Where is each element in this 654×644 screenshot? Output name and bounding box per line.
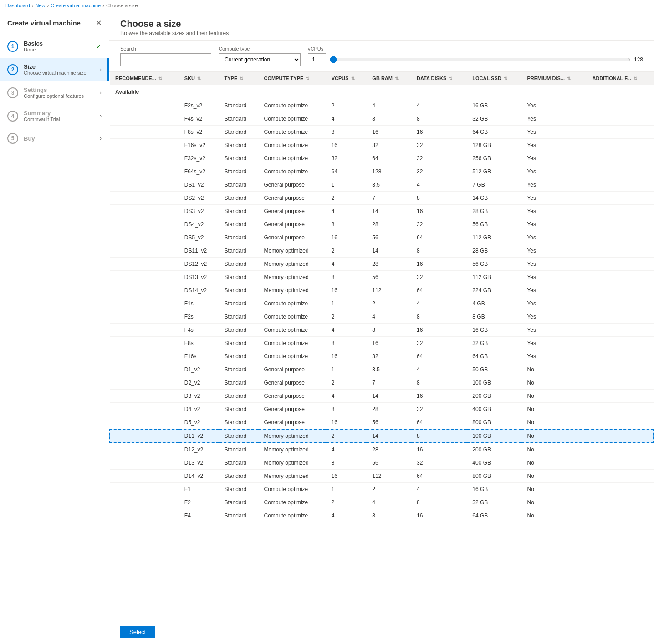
size-table: RECOMMENDE... ⇅ SKU ⇅ TYPE ⇅ COMPUTE TYP…	[109, 72, 654, 522]
sidebar: Create virtual machine ✕ 1 Basics Done ✓…	[0, 11, 109, 644]
page-subtitle: Browse the available sizes and their fea…	[120, 30, 643, 36]
table-row[interactable]: DS11_v2StandardMemory optimized214828 GB…	[110, 244, 654, 258]
sidebar-item-basics[interactable]: 1 Basics Done ✓	[0, 35, 109, 58]
table-row[interactable]: D5_v2StandardGeneral purpose165664800 GB…	[110, 416, 654, 430]
breadcrumb-dashboard[interactable]: Dashboard	[5, 3, 30, 8]
col-sku[interactable]: SKU ⇅	[179, 72, 219, 85]
table-row[interactable]: D14_v2StandardMemory optimized1611264800…	[110, 470, 654, 483]
chevron-right-icon-size: ›	[100, 66, 102, 73]
breadcrumb-create-vm[interactable]: Create virtual machine	[51, 3, 101, 8]
table-row[interactable]: DS3_v2StandardGeneral purpose4141628 GBY…	[110, 205, 654, 218]
col-data-disks[interactable]: DATA DISKS ⇅	[411, 72, 467, 85]
content-header: Choose a size Browse the available sizes…	[109, 11, 654, 41]
sidebar-item-summary[interactable]: 4 Summary Commvault Trial ›	[0, 104, 109, 127]
table-row[interactable]: D3_v2StandardGeneral purpose41416200 GBN…	[110, 390, 654, 403]
table-row[interactable]: DS14_v2StandardMemory optimized161126422…	[110, 284, 654, 297]
table-row[interactable]: F2sStandardCompute optimize2488 GBYes	[110, 310, 654, 324]
step-name-basics: Basics	[24, 40, 92, 47]
step-sub-size: Choose virtual machine size	[24, 70, 98, 76]
step-name-settings: Settings	[24, 86, 98, 93]
vcpu-slider[interactable]	[330, 56, 630, 63]
table-row[interactable]: D2_v2StandardGeneral purpose278100 GBNo	[110, 376, 654, 390]
page-title: Choose a size	[120, 19, 643, 29]
table-row[interactable]: F2StandardCompute optimize24832 GBNo	[110, 496, 654, 509]
breadcrumb-new[interactable]: New	[36, 3, 46, 8]
table-body: AvailableF2s_v2StandardCompute optimize2…	[110, 85, 654, 522]
chevron-right-icon-settings: ›	[100, 90, 102, 96]
search-input[interactable]	[120, 53, 211, 66]
breadcrumb: Dashboard › New › Create virtual machine…	[0, 0, 654, 11]
step-sub-summary: Commvault Trial	[24, 117, 98, 122]
table-row[interactable]: D4_v2StandardGeneral purpose82832400 GBN…	[110, 403, 654, 416]
col-vcpus[interactable]: VCPUS ⇅	[326, 72, 367, 85]
col-gb-ram[interactable]: GB RAM ⇅	[367, 72, 411, 85]
step-name-size: Size	[24, 63, 98, 70]
table-row[interactable]: D1_v2StandardGeneral purpose13.5450 GBNo	[110, 363, 654, 376]
compute-type-label: Compute type	[219, 46, 301, 51]
breadcrumb-current: Choose a size	[106, 3, 138, 8]
col-local-ssd[interactable]: LOCAL SSD ⇅	[467, 72, 521, 85]
sidebar-title: Create virtual machine	[7, 19, 81, 27]
table-row[interactable]: F32s_v2StandardCompute optimize326432256…	[110, 152, 654, 165]
vcpu-max-label: 128	[634, 56, 643, 63]
step-number-buy: 5	[7, 133, 18, 144]
step-number-basics: 1	[7, 41, 18, 52]
col-compute-type[interactable]: COMPUTE TYPE ⇅	[259, 72, 326, 85]
chevron-right-icon-summary: ›	[100, 113, 102, 119]
table-row[interactable]: DS4_v2StandardGeneral purpose8283256 GBY…	[110, 218, 654, 231]
close-button[interactable]: ✕	[96, 19, 102, 27]
step-sub-basics: Done	[24, 47, 92, 52]
table-row[interactable]: F64s_v2StandardCompute optimize641283251…	[110, 165, 654, 178]
compute-type-select[interactable]: Current generation All generations Previ…	[219, 53, 301, 66]
table-row[interactable]: DS1_v2StandardGeneral purpose13.547 GBYe…	[110, 178, 654, 192]
sidebar-item-buy[interactable]: 5 Buy ›	[0, 127, 109, 149]
table-row[interactable]: DS13_v2StandardMemory optimized85632112 …	[110, 271, 654, 284]
table-row[interactable]: F1StandardCompute optimize12416 GBNo	[110, 483, 654, 496]
table-row[interactable]: DS12_v2StandardMemory optimized4281656 G…	[110, 258, 654, 271]
table-row[interactable]: F1sStandardCompute optimize1244 GBYes	[110, 297, 654, 310]
step-number-summary: 4	[7, 111, 18, 122]
table-row[interactable]: F4StandardCompute optimize481664 GBNo	[110, 509, 654, 522]
col-premium-dis[interactable]: PREMIUM DIS... ⇅	[521, 72, 587, 85]
vcpu-min-input[interactable]	[308, 53, 326, 66]
step-number-size: 2	[7, 64, 18, 75]
col-type[interactable]: TYPE ⇅	[219, 72, 259, 85]
step-sub-settings: Configure optional features	[24, 93, 98, 99]
table-header-row: RECOMMENDE... ⇅ SKU ⇅ TYPE ⇅ COMPUTE TYP…	[110, 72, 654, 85]
col-recommended[interactable]: RECOMMENDE... ⇅	[110, 72, 179, 85]
select-button[interactable]: Select	[120, 626, 155, 638]
table-row[interactable]: F4s_v2StandardCompute optimize48832 GBYe…	[110, 112, 654, 126]
table-row[interactable]: F8sStandardCompute optimize8163232 GBYes	[110, 337, 654, 350]
step-number-settings: 3	[7, 87, 18, 98]
chevron-right-icon-buy: ›	[100, 135, 102, 142]
main-content: Choose a size Browse the available sizes…	[109, 11, 654, 644]
size-table-container: RECOMMENDE... ⇅ SKU ⇅ TYPE ⇅ COMPUTE TYP…	[109, 72, 654, 620]
col-additional-f[interactable]: ADDITIONAL F... ⇅	[587, 72, 654, 85]
check-icon-basics: ✓	[96, 43, 102, 50]
step-name-buy: Buy	[24, 135, 98, 142]
table-row[interactable]: F4sStandardCompute optimize481616 GBYes	[110, 324, 654, 337]
table-row[interactable]: F8s_v2StandardCompute optimize8161664 GB…	[110, 126, 654, 139]
table-row[interactable]: D11_v2StandardMemory optimized2148100 GB…	[110, 429, 654, 443]
table-row[interactable]: DS5_v2StandardGeneral purpose165664112 G…	[110, 231, 654, 244]
table-row[interactable]: F2s_v2StandardCompute optimize24416 GBYe…	[110, 99, 654, 112]
table-row[interactable]: D13_v2StandardMemory optimized85632400 G…	[110, 456, 654, 470]
table-row[interactable]: F16sStandardCompute optimize16326464 GBY…	[110, 350, 654, 363]
sidebar-item-size[interactable]: 2 Size Choose virtual machine size ›	[0, 58, 109, 81]
table-row[interactable]: DS2_v2StandardGeneral purpose27814 GBYes	[110, 192, 654, 205]
step-name-summary: Summary	[24, 110, 98, 117]
filter-bar: Search Compute type Current generation A…	[109, 41, 654, 72]
search-label: Search	[120, 46, 211, 51]
footer: Select	[109, 620, 654, 644]
vcpu-label: vCPUs	[308, 46, 643, 51]
table-row[interactable]: F16s_v2StandardCompute optimize163232128…	[110, 139, 654, 152]
sidebar-item-settings[interactable]: 3 Settings Configure optional features ›	[0, 81, 109, 104]
table-row[interactable]: D12_v2StandardMemory optimized42816200 G…	[110, 443, 654, 456]
